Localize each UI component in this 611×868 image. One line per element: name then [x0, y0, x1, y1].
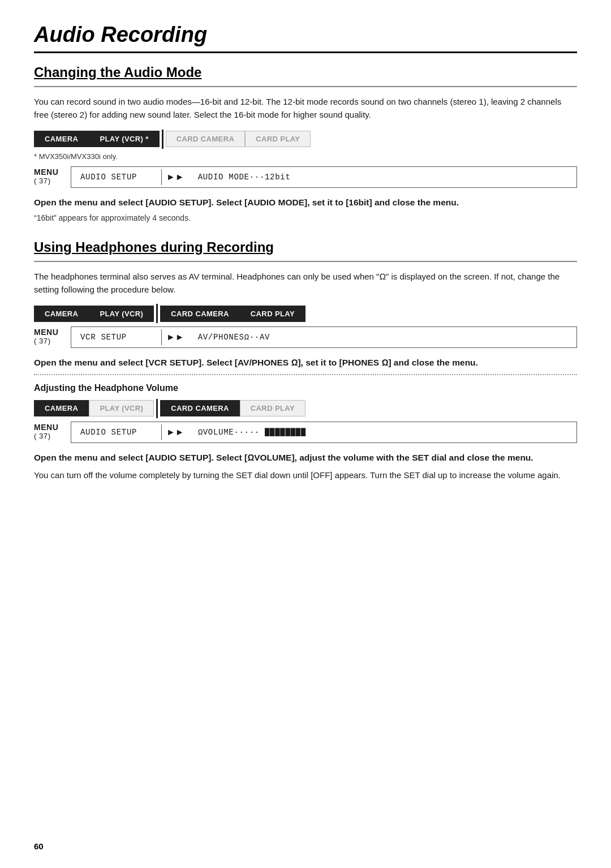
mode-divider-1: [162, 130, 163, 149]
menu-box-result-3: ΩVOLUME····· ████████: [189, 424, 315, 440]
btn-camera-2: CAMERA: [34, 306, 89, 322]
section-1-body: You can record sound in two audio modes—…: [34, 95, 577, 122]
section-2-title: Using Headphones during Recording: [34, 239, 577, 255]
section-1-footnote: * MVX350i/MVX330i only.: [34, 152, 577, 161]
menu-box-arrow-1: ►►: [162, 169, 189, 186]
menu-box-item-1: AUDIO SETUP: [71, 169, 162, 185]
btn-card-camera-2: CARD CAMERA: [160, 306, 240, 322]
dotted-rule: [34, 374, 577, 375]
menu-box-1: AUDIO SETUP ►► AUDIO MODE···12bit: [71, 166, 577, 188]
mode-bar-2: CAMERA PLAY (VCR) CARD CAMERA CARD PLAY: [34, 304, 577, 323]
mode-bar-1: CAMERA PLAY (VCR) * CARD CAMERA CARD PLA…: [34, 130, 577, 149]
subsection-note: You can turn off the volume completely b…: [34, 469, 577, 482]
menu-row-2: MENU ( 37) VCR SETUP ►► AV/PHONESΩ··AV: [34, 326, 577, 348]
btn-play-3: PLAY (VCR): [89, 400, 154, 416]
menu-box-arrow-3: ►►: [162, 424, 189, 441]
menu-box-item-2: VCR SETUP: [71, 329, 162, 345]
btn-card-camera-1: CARD CAMERA: [166, 131, 246, 147]
menu-label-3: MENU ( 37): [34, 422, 65, 440]
mode-divider-2: [156, 304, 158, 323]
title-divider: [34, 51, 577, 53]
menu-word-2: MENU: [34, 328, 58, 337]
section-1-title: Changing the Audio Mode: [34, 65, 577, 80]
subsection-title: Adjusting the Headphone Volume: [34, 383, 577, 393]
btn-card-play-2: CARD PLAY: [240, 306, 306, 322]
menu-row-3: MENU ( 37) AUDIO SETUP ►► ΩVOLUME····· █…: [34, 422, 577, 443]
section-1-rule: [34, 86, 577, 87]
section-1-instruction: Open the menu and select [AUDIO SETUP]. …: [34, 196, 577, 209]
menu-row-1: MENU ( 37) AUDIO SETUP ►► AUDIO MODE···1…: [34, 166, 577, 188]
menu-label-2: MENU ( 37): [34, 326, 65, 345]
btn-camera-3: CAMERA: [34, 400, 89, 416]
mode-divider-3: [156, 399, 158, 418]
menu-word-3: MENU: [34, 423, 58, 432]
menu-label-1: MENU ( 37): [34, 166, 65, 185]
section-changing-audio-mode: Changing the Audio Mode You can record s…: [34, 65, 577, 222]
section-2-rule: [34, 261, 577, 262]
page-title: Audio Recording: [34, 23, 577, 47]
btn-card-camera-3: CARD CAMERA: [160, 400, 240, 416]
menu-page-1: ( 37): [34, 177, 65, 185]
page-number: 60: [34, 841, 44, 851]
mode-bar-3: CAMERA PLAY (VCR) CARD CAMERA CARD PLAY: [34, 399, 577, 418]
menu-box-result-1: AUDIO MODE···12bit: [189, 169, 300, 185]
section-2-body: The headphones terminal also serves as A…: [34, 270, 577, 297]
btn-play-1: PLAY (VCR) *: [89, 131, 159, 147]
section-1-note: “16bit” appears for approximately 4 seco…: [34, 213, 577, 222]
menu-word-1: MENU: [34, 167, 58, 177]
subsection-headphone-volume: Adjusting the Headphone Volume CAMERA PL…: [34, 374, 577, 482]
btn-card-play-1: CARD PLAY: [245, 131, 311, 147]
section-2-instruction: Open the menu and select [VCR SETUP]. Se…: [34, 356, 577, 369]
menu-page-2: ( 37): [34, 337, 65, 345]
menu-box-3: AUDIO SETUP ►► ΩVOLUME····· ████████: [71, 422, 577, 443]
menu-box-arrow-2: ►►: [162, 329, 189, 346]
btn-play-2: PLAY (VCR): [89, 306, 154, 322]
menu-box-item-3: AUDIO SETUP: [71, 424, 162, 440]
subsection-instruction: Open the menu and select [AUDIO SETUP]. …: [34, 451, 577, 464]
menu-page-3: ( 37): [34, 432, 65, 440]
section-headphones: Using Headphones during Recording The he…: [34, 239, 577, 482]
btn-card-play-3: CARD PLAY: [240, 400, 306, 416]
menu-box-2: VCR SETUP ►► AV/PHONESΩ··AV: [71, 326, 577, 348]
menu-box-result-2: AV/PHONESΩ··AV: [189, 329, 279, 345]
btn-camera-1: CAMERA: [34, 131, 89, 147]
